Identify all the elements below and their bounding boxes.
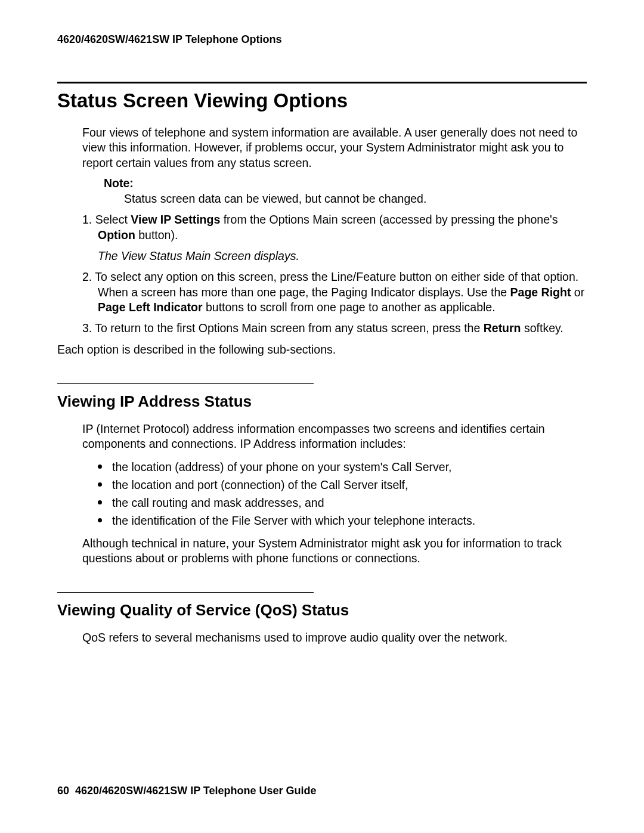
steps-list: 2. To select any option on this screen, …: [82, 270, 587, 336]
steps-list: 1. Select View IP Settings from the Opti…: [82, 212, 587, 243]
page: 4620/4620SW/4621SW IP Telephone Options …: [0, 0, 644, 833]
ui-label-option: Option: [98, 228, 135, 241]
bullet-list: the location (address) of your phone on …: [98, 458, 587, 530]
subsection-rule: [57, 592, 314, 593]
step-1: 1. Select View IP Settings from the Opti…: [82, 212, 587, 243]
step-text: button).: [135, 228, 178, 241]
step-text: Select: [95, 213, 131, 226]
step-text: To return to the first Options Main scre…: [95, 321, 483, 335]
subsection-rule: [57, 383, 314, 384]
closing-paragraph: Although technical in nature, your Syste…: [82, 536, 587, 566]
step-3: 3. To return to the first Options Main s…: [82, 321, 587, 336]
intro-paragraph: QoS refers to several mechanisms used to…: [82, 630, 587, 645]
note-text: Status screen data can be viewed, but ca…: [124, 191, 587, 206]
step-number: 2.: [82, 270, 95, 283]
list-item: the location and port (connection) of th…: [98, 476, 587, 494]
closing-paragraph: Each option is described in the followin…: [57, 342, 587, 357]
step-text: softkey.: [521, 321, 564, 335]
step-number: 3.: [82, 321, 95, 335]
step-2: 2. To select any option on this screen, …: [82, 270, 587, 315]
ui-label-page-right: Page Right: [510, 286, 571, 299]
step-number: 1.: [82, 213, 95, 226]
heading-viewing-qos-status: Viewing Quality of Service (QoS) Status: [57, 601, 587, 620]
step-text: buttons to scroll from one page to anoth…: [203, 301, 496, 314]
page-footer: 60 4620/4620SW/4621SW IP Telephone User …: [57, 785, 317, 797]
ui-label-page-left-indicator: Page Left Indicator: [98, 301, 203, 314]
list-item: the identification of the File Server wi…: [98, 512, 587, 529]
ui-label-view-ip-settings: View IP Settings: [131, 213, 220, 226]
step-text: To select any option on this screen, pre…: [95, 270, 578, 298]
list-item: the call routing and mask addresses, and: [98, 494, 587, 512]
page-number: 60: [57, 785, 69, 797]
heading-status-screen-viewing-options: Status Screen Viewing Options: [57, 89, 587, 112]
list-item: the location (address) of your phone on …: [98, 458, 587, 476]
intro-paragraph: IP (Internet Protocol) address informati…: [82, 422, 587, 452]
note-label: Note:: [104, 176, 587, 190]
running-header: 4620/4620SW/4621SW IP Telephone Options: [57, 33, 587, 46]
section-rule: [57, 82, 587, 83]
step-text: from the Options Main screen (accessed b…: [220, 213, 558, 226]
intro-paragraph: Four views of telephone and system infor…: [82, 125, 587, 171]
step-result: The View Status Main Screen displays.: [98, 249, 587, 264]
ui-label-return: Return: [484, 321, 521, 335]
heading-viewing-ip-address-status: Viewing IP Address Status: [57, 392, 587, 411]
footer-title: 4620/4620SW/4621SW IP Telephone User Gui…: [75, 785, 317, 797]
step-text: or: [571, 286, 584, 299]
